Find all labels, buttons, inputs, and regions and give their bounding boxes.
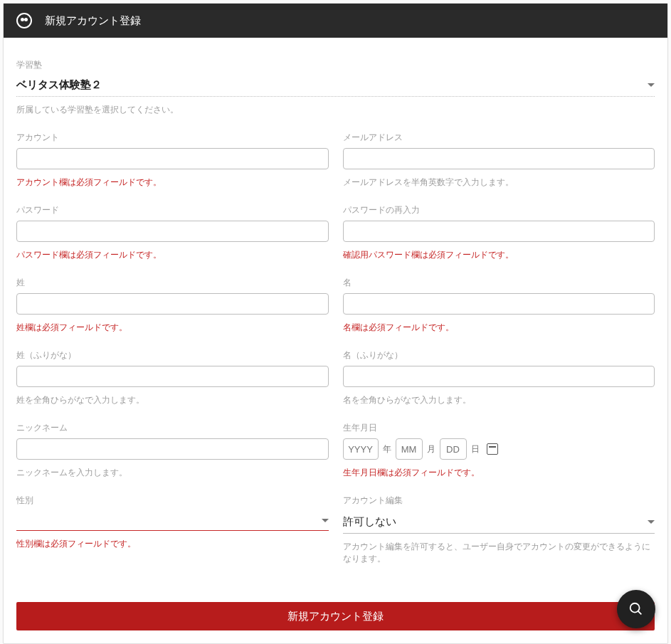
form-body: 学習塾 ベリタス体験塾２ 所属している学習塾を選択してください。 アカウント ア… <box>4 38 667 643</box>
lastname-error: 姓欄は必須フィールドです。 <box>16 322 329 334</box>
calendar-icon[interactable] <box>487 443 498 455</box>
account-edit-value: 許可しない <box>343 515 396 529</box>
month-unit: 月 <box>427 443 435 455</box>
school-value: ベリタス体験塾２ <box>16 78 102 92</box>
lastname-label: 姓 <box>16 277 329 289</box>
password-label: パスワード <box>16 204 329 216</box>
email-helper: メールアドレスを半角英数字で入力します。 <box>343 176 655 189</box>
page-title: 新規アカウント登録 <box>45 14 141 28</box>
lastname-kana-label: 姓（ふりがな） <box>16 349 329 361</box>
birthday-error: 生年月日欄は必須フィールドです。 <box>343 467 655 479</box>
school-select[interactable]: ベリタス体験塾２ <box>16 75 655 97</box>
nickname-field: ニックネーム ニックネームを入力します。 <box>16 422 329 479</box>
firstname-kana-label: 名（ふりがな） <box>343 349 655 361</box>
firstname-input[interactable] <box>343 293 655 315</box>
lastname-kana-field: 姓（ふりがな） 姓を全角ひらがなで入力します。 <box>16 349 329 406</box>
nickname-input[interactable] <box>16 438 329 460</box>
account-edit-label: アカウント編集 <box>343 495 655 507</box>
year-unit: 年 <box>383 443 391 455</box>
password-field: パスワード パスワード欄は必須フィールドです。 <box>16 204 329 261</box>
account-edit-field: アカウント編集 許可しない アカウント編集を許可すると、ユーザー自身でアカウント… <box>343 495 655 565</box>
account-edit-helper: アカウント編集を許可すると、ユーザー自身でアカウントの変更ができるようになります… <box>343 541 655 565</box>
account-error: アカウント欄は必須フィールドです。 <box>16 176 329 189</box>
birthday-day-input[interactable] <box>440 438 467 460</box>
password-confirm-field: パスワードの再入力 確認用パスワード欄は必須フィールドです。 <box>343 204 655 261</box>
gender-select[interactable] <box>16 511 329 531</box>
firstname-field: 名 名欄は必須フィールドです。 <box>343 277 655 334</box>
gender-error: 性別欄は必須フィールドです。 <box>16 538 329 550</box>
password-error: パスワード欄は必須フィールドです。 <box>16 249 329 261</box>
face-icon <box>16 13 32 28</box>
account-field: アカウント アカウント欄は必須フィールドです。 <box>16 132 329 189</box>
search-icon <box>628 601 644 617</box>
lastname-kana-helper: 姓を全角ひらがなで入力します。 <box>16 394 329 406</box>
firstname-label: 名 <box>343 277 655 289</box>
birthday-row: 年 月 日 <box>343 438 655 460</box>
lastname-field: 姓 姓欄は必須フィールドです。 <box>16 277 329 334</box>
svg-line-1 <box>638 611 642 615</box>
gender-field: 性別 性別欄は必須フィールドです。 <box>16 495 329 565</box>
registration-card: 新規アカウント登録 学習塾 ベリタス体験塾２ 所属している学習塾を選択してくださ… <box>3 3 668 644</box>
password-confirm-error: 確認用パスワード欄は必須フィールドです。 <box>343 249 655 261</box>
firstname-error: 名欄は必須フィールドです。 <box>343 322 655 334</box>
password-input[interactable] <box>16 221 329 242</box>
email-label: メールアドレス <box>343 132 655 144</box>
nickname-label: ニックネーム <box>16 422 329 434</box>
password-confirm-input[interactable] <box>343 221 655 242</box>
birthday-month-input[interactable] <box>396 438 423 460</box>
birthday-label: 生年月日 <box>343 422 655 434</box>
birthday-year-input[interactable] <box>343 438 379 460</box>
password-confirm-label: パスワードの再入力 <box>343 204 655 216</box>
birthday-field: 生年月日 年 月 日 生年月日欄は必須フィールドです。 <box>343 422 655 479</box>
account-edit-select[interactable]: 許可しない <box>343 511 655 534</box>
school-label: 学習塾 <box>16 59 655 71</box>
svg-point-0 <box>630 603 640 613</box>
firstname-kana-field: 名（ふりがな） 名を全角ひらがなで入力します。 <box>343 349 655 406</box>
lastname-input[interactable] <box>16 293 329 315</box>
lastname-kana-input[interactable] <box>16 366 329 387</box>
chevron-down-icon <box>648 83 655 87</box>
firstname-kana-helper: 名を全角ひらがなで入力します。 <box>343 394 655 406</box>
chevron-down-icon <box>322 519 329 522</box>
account-input[interactable] <box>16 148 329 169</box>
school-helper: 所属している学習塾を選択してください。 <box>16 104 655 116</box>
gender-label: 性別 <box>16 495 329 507</box>
nickname-helper: ニックネームを入力します。 <box>16 467 329 479</box>
email-field: メールアドレス メールアドレスを半角英数字で入力します。 <box>343 132 655 189</box>
email-input[interactable] <box>343 148 655 169</box>
day-unit: 日 <box>471 443 480 455</box>
submit-button[interactable]: 新規アカウント登録 <box>16 602 655 630</box>
account-label: アカウント <box>16 132 329 144</box>
card-header: 新規アカウント登録 <box>4 4 667 38</box>
firstname-kana-input[interactable] <box>343 366 655 387</box>
school-field: 学習塾 ベリタス体験塾２ 所属している学習塾を選択してください。 <box>16 59 655 116</box>
search-fab[interactable] <box>617 590 655 628</box>
chevron-down-icon <box>648 520 655 524</box>
